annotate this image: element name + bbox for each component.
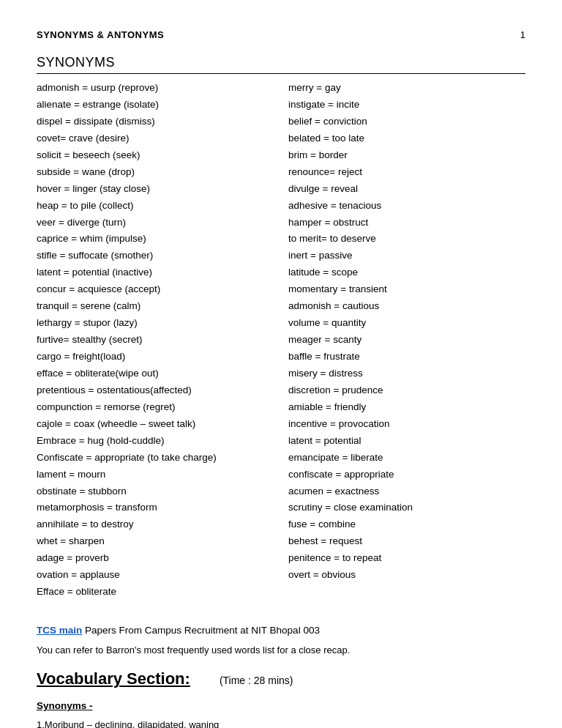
left-column-item: whet = sharpen [37, 533, 274, 550]
right-column-item: amiable = friendly [288, 399, 525, 416]
right-column-item: instigate = incite [288, 97, 525, 114]
right-column-item: belated = too late [288, 130, 525, 147]
left-column-item: adage = proverb [37, 550, 274, 567]
synonyms-section-title: SYNONYMS [37, 55, 525, 70]
section-divider [37, 73, 525, 74]
left-column-item: hover = linger (stay close) [37, 181, 274, 198]
right-column-item: hamper = obstruct [288, 215, 525, 231]
left-column-item: pretentious = ostentatious(affected) [37, 382, 274, 399]
right-column-item: behest = request [288, 533, 525, 550]
tcs-main-link[interactable]: TCS main [37, 625, 82, 636]
right-column-item: baffle = frustrate [288, 349, 525, 365]
vocab-header-row: Vocabulary Section: (Time : 28 mins) [37, 669, 525, 688]
left-column-item: ovation = applause [37, 567, 274, 584]
right-column-item: latent = potential [288, 433, 525, 450]
reference-text: You can refer to Barron's most frequentl… [37, 643, 525, 658]
right-column-item: acumen = exactness [288, 483, 525, 500]
left-column-item: subside = wane (drop) [37, 164, 274, 181]
left-column-item: metamorphosis = transform [37, 499, 274, 516]
left-column-item: obstinate = stubborn [37, 483, 274, 500]
right-column-item: incentive = provocation [288, 416, 525, 433]
left-column-item: covet= crave (desire) [37, 130, 274, 147]
right-column-item: inert = passive [288, 248, 525, 264]
left-column-item: cajole = coax (wheedle – sweet talk) [37, 416, 274, 433]
right-column-item: scrutiny = close examination [288, 499, 525, 516]
left-column-item: veer = diverge (turn) [37, 215, 274, 231]
left-column-item: admonish = usurp (reprove) [37, 80, 274, 97]
right-column-item: emancipate = liberate [288, 450, 525, 467]
right-column-item: latitude = scope [288, 264, 525, 281]
right-column-item: confiscate = appropriate [288, 467, 525, 483]
right-column: merry = gayinstigate = incitebelief = co… [288, 80, 525, 601]
left-column-item: latent = potential (inactive) [37, 264, 274, 281]
vocab-list-item: 1.Moribund – declining, dilapidated, wan… [37, 717, 525, 728]
vocab-time: (Time : 28 mins) [220, 675, 293, 686]
tcs-link-rest: Papers From Campus Recruitment at NIT Bh… [82, 625, 320, 636]
tcs-link-section: TCS main Papers From Campus Recruitment … [37, 623, 525, 658]
synonyms-columns: admonish = usurp (reprove)alienate = est… [37, 80, 525, 601]
left-column-item: lament = mourn [37, 467, 274, 483]
right-column-item: discretion = prudence [288, 382, 525, 399]
right-column-item: penitence = to repeat [288, 550, 525, 567]
right-column-item: merry = gay [288, 80, 525, 97]
left-column-item: efface = obliterate(wipe out) [37, 365, 274, 382]
synonyms-label: Synonyms - [37, 700, 525, 711]
right-column-item: fuse = combine [288, 516, 525, 533]
page-number: 1 [520, 29, 525, 40]
right-column-item: admonish = cautious [288, 298, 525, 315]
left-column-item: Efface = obliterate [37, 584, 274, 601]
right-column-item: adhesive = tenacious [288, 198, 525, 215]
left-column-item: stifle = suffocate (smother) [37, 248, 274, 264]
right-column-item: renounce= reject [288, 164, 525, 181]
right-column-item: brim = border [288, 147, 525, 164]
right-column-item: momentary = transient [288, 281, 525, 298]
left-column-item: lethargy = stupor (lazy) [37, 315, 274, 332]
left-column-item: tranquil = serene (calm) [37, 298, 274, 315]
vocab-list: 1.Moribund – declining, dilapidated, wan… [37, 717, 525, 728]
right-column-item: to merit= to deserve [288, 231, 525, 248]
left-column-item: alienate = estrange (isolate) [37, 97, 274, 114]
right-column-item: meager = scanty [288, 332, 525, 349]
right-column-item: overt = obvious [288, 567, 525, 584]
vocabulary-section: Vocabulary Section: (Time : 28 mins) Syn… [37, 669, 525, 728]
left-column: admonish = usurp (reprove)alienate = est… [37, 80, 274, 601]
left-column-item: compunction = remorse (regret) [37, 399, 274, 416]
page-header-title: SYNONYMS & ANTONYMS [37, 29, 164, 40]
left-column-item: Embrace = hug (hold-cuddle) [37, 433, 274, 450]
right-column-item: belief = conviction [288, 114, 525, 130]
tcs-link-row: TCS main Papers From Campus Recruitment … [37, 623, 525, 639]
left-column-item: annihilate = to destroy [37, 516, 274, 533]
left-column-item: furtive= stealthy (secret) [37, 332, 274, 349]
left-column-item: concur = acquiesce (accept) [37, 281, 274, 298]
right-column-item: divulge = reveal [288, 181, 525, 198]
right-column-item: misery = distress [288, 365, 525, 382]
right-column-item: volume = quantity [288, 315, 525, 332]
synonyms-section: SYNONYMS admonish = usurp (reprove)alien… [37, 55, 525, 601]
left-column-item: Confiscate = appropriate (to take charge… [37, 450, 274, 467]
left-column-item: caprice = whim (impulse) [37, 231, 274, 248]
left-column-item: dispel = dissipate (dismiss) [37, 114, 274, 130]
left-column-item: heap = to pile (collect) [37, 198, 274, 215]
left-column-item: cargo = freight(load) [37, 349, 274, 365]
left-column-item: solicit = beseech (seek) [37, 147, 274, 164]
vocab-section-title: Vocabulary Section: [37, 669, 190, 688]
